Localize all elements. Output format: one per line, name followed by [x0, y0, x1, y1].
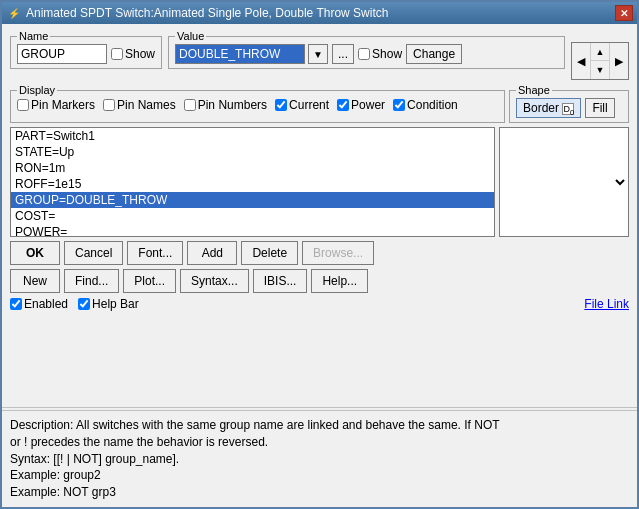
value-select[interactable] — [500, 128, 628, 236]
value-list[interactable] — [499, 127, 629, 237]
condition-checkbox[interactable] — [393, 99, 405, 111]
change-button[interactable]: Change — [406, 44, 462, 64]
list-item[interactable]: COST= — [11, 208, 494, 224]
list-item[interactable]: STATE=Up — [11, 144, 494, 160]
nav-up-button[interactable]: ▲ — [591, 43, 609, 61]
name-input[interactable] — [17, 44, 107, 64]
title-bar: ⚡ Animated SPDT Switch:Animated Single P… — [2, 2, 637, 24]
pin-markers-label: Pin Markers — [31, 98, 95, 112]
value-fieldset: Value ▼ ... Show Change — [168, 30, 565, 69]
shape-legend: Shape — [516, 84, 552, 96]
action-buttons: OK Cancel Font... Add Delete Browse... — [10, 241, 629, 265]
cancel-button[interactable]: Cancel — [64, 241, 123, 265]
pin-numbers-checkbox[interactable] — [184, 99, 196, 111]
pin-markers-checkbox[interactable] — [17, 99, 29, 111]
file-link[interactable]: File Link — [584, 297, 629, 311]
name-legend: Name — [17, 30, 50, 42]
name-fieldset: Name Show — [10, 30, 162, 69]
value-legend: Value — [175, 30, 206, 42]
pin-numbers-label: Pin Numbers — [198, 98, 267, 112]
desc-line3: Syntax: [[! | NOT] group_name]. — [10, 451, 629, 468]
pin-names-label: Pin Names — [117, 98, 176, 112]
add-button[interactable]: Add — [187, 241, 237, 265]
pin-names-checkbox[interactable] — [103, 99, 115, 111]
new-button[interactable]: New — [10, 269, 60, 293]
name-show-checkbox[interactable] — [111, 48, 123, 60]
desc-line5: Example: NOT grp3 — [10, 484, 629, 501]
power-label: Power — [351, 98, 385, 112]
shape-fieldset: Shape Border D0 Fill — [509, 84, 629, 123]
list-item[interactable]: RON=1m — [11, 160, 494, 176]
plot-button[interactable]: Plot... — [123, 269, 176, 293]
border-button[interactable]: Border D0 — [516, 98, 581, 118]
dots-button[interactable]: ... — [332, 44, 354, 64]
separator — [2, 407, 637, 408]
close-button[interactable]: ✕ — [615, 5, 633, 21]
window-title: Animated SPDT Switch:Animated Single Pol… — [26, 6, 388, 20]
display-legend: Display — [17, 84, 57, 96]
help-bar-label: Help Bar — [92, 297, 139, 311]
find-button[interactable]: Find... — [64, 269, 119, 293]
help-button[interactable]: Help... — [311, 269, 368, 293]
ok-button[interactable]: OK — [10, 241, 60, 265]
enabled-bar: Enabled Help Bar File Link — [10, 297, 629, 311]
list-item[interactable]: PART=Switch1 — [11, 128, 494, 144]
power-checkbox[interactable] — [337, 99, 349, 111]
list-item[interactable]: POWER= — [11, 224, 494, 237]
value-dropdown-button[interactable]: ▼ — [308, 44, 328, 64]
enabled-checkbox[interactable] — [10, 298, 22, 310]
browse-button[interactable]: Browse... — [302, 241, 374, 265]
list-item[interactable]: ROFF=1e15 — [11, 176, 494, 192]
help-bar-checkbox[interactable] — [78, 298, 90, 310]
delete-button[interactable]: Delete — [241, 241, 298, 265]
nav-left-button[interactable]: ◀ — [572, 43, 590, 79]
main-window: ⚡ Animated SPDT Switch:Animated Single P… — [0, 0, 639, 509]
current-checkbox[interactable] — [275, 99, 287, 111]
app-icon: ⚡ — [6, 5, 22, 21]
list-item-selected[interactable]: GROUP=DOUBLE_THROW — [11, 192, 494, 208]
desc-line2: or ! precedes the name the behavior is r… — [10, 434, 629, 451]
current-label: Current — [289, 98, 329, 112]
description-box: Description: All switches with the same … — [2, 410, 637, 507]
value-show-checkbox[interactable] — [358, 48, 370, 60]
properties-list[interactable]: PART=Switch1 STATE=Up RON=1m ROFF=1e15 G… — [10, 127, 495, 237]
secondary-buttons: New Find... Plot... Syntax... IBIS... He… — [10, 269, 629, 293]
desc-line1: Description: All switches with the same … — [10, 417, 629, 434]
value-show-label: Show — [372, 47, 402, 61]
syntax-button[interactable]: Syntax... — [180, 269, 249, 293]
font-button[interactable]: Font... — [127, 241, 183, 265]
desc-line4: Example: group2 — [10, 467, 629, 484]
ibis-button[interactable]: IBIS... — [253, 269, 308, 293]
condition-label: Condition — [407, 98, 458, 112]
nav-down-button[interactable]: ▼ — [591, 61, 609, 79]
enabled-label: Enabled — [24, 297, 68, 311]
display-fieldset: Display Pin Markers Pin Names Pin Number… — [10, 84, 505, 123]
fill-button[interactable]: Fill — [585, 98, 614, 118]
nav-cluster: ◀ ▲ ▼ ▶ — [571, 42, 629, 80]
nav-right-button[interactable]: ▶ — [610, 43, 628, 79]
name-show-label: Show — [125, 47, 155, 61]
value-input[interactable] — [175, 44, 305, 64]
